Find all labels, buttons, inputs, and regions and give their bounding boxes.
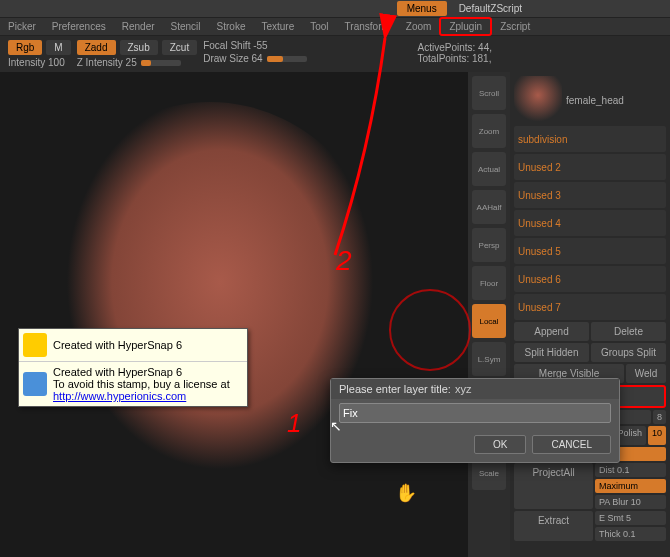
tool-thumbnail[interactable] bbox=[514, 76, 562, 124]
lsym-button[interactable]: L.Sym bbox=[472, 342, 506, 376]
scroll-button[interactable]: Scroll bbox=[472, 76, 506, 110]
rename-dialog: Please enter layer title:xyz OK CANCEL bbox=[330, 378, 620, 463]
tool-name: female_head bbox=[566, 95, 624, 106]
menu-zoom[interactable]: Zoom bbox=[398, 19, 440, 34]
hypersnap-icon bbox=[23, 333, 47, 357]
thick-value[interactable]: Thick 0.1 bbox=[595, 527, 666, 541]
subtool-unused[interactable]: Unused 4 bbox=[514, 210, 666, 236]
pa-blur-value[interactable]: PA Blur 10 bbox=[595, 495, 666, 509]
hand-cursor-icon: ✋ bbox=[395, 482, 417, 504]
menu-texture[interactable]: Texture bbox=[253, 19, 302, 34]
intensity-slider[interactable]: Intensity 100 bbox=[8, 57, 71, 68]
polish-value[interactable]: 10 bbox=[648, 426, 666, 445]
weld-button[interactable]: Weld bbox=[626, 364, 666, 383]
viewport-sidebar: Scroll Zoom Actual AAHalf Persp Floor Lo… bbox=[468, 72, 510, 557]
m-button[interactable]: M bbox=[46, 40, 70, 55]
dialog-title: Please enter layer title:xyz bbox=[331, 379, 619, 399]
persp-button[interactable]: Persp bbox=[472, 228, 506, 262]
menu-preferences[interactable]: Preferences bbox=[44, 19, 114, 34]
subtool-unused[interactable]: Unused 7 bbox=[514, 294, 666, 320]
menu-transform[interactable]: Transform bbox=[337, 19, 398, 34]
cancel-button[interactable]: CANCEL bbox=[532, 435, 611, 454]
menus-button[interactable]: Menus bbox=[397, 1, 447, 16]
subtool-subdivision[interactable]: subdivision bbox=[514, 126, 666, 152]
extract-button[interactable]: Extract bbox=[514, 511, 593, 541]
ok-button[interactable]: OK bbox=[474, 435, 526, 454]
default-zscript[interactable]: DefaultZScript bbox=[451, 1, 530, 16]
delete-button[interactable]: Delete bbox=[591, 322, 666, 341]
maximum-button[interactable]: Maximum bbox=[595, 479, 666, 493]
dist-value[interactable]: Dist 0.1 bbox=[595, 463, 666, 477]
hypersnap-stamp: Created with HyperSnap 6 Created with Hy… bbox=[18, 328, 248, 407]
zoom-button[interactable]: Zoom bbox=[472, 114, 506, 148]
local-button[interactable]: Local bbox=[472, 304, 506, 338]
rgb-button[interactable]: Rgb bbox=[8, 40, 42, 55]
draw-size-slider[interactable]: Draw Size 64 bbox=[203, 53, 306, 64]
subtool-unused[interactable]: Unused 2 bbox=[514, 154, 666, 180]
right-panel: female_head subdivision Unused 2 Unused … bbox=[510, 72, 670, 557]
groups-split-button[interactable]: Groups Split bbox=[591, 343, 666, 362]
controls-row: Rgb M Intensity 100 Zadd Zsub Zcut Z Int… bbox=[0, 36, 670, 72]
actual-button[interactable]: Actual bbox=[472, 152, 506, 186]
zcut-button[interactable]: Zcut bbox=[162, 40, 197, 55]
menu-stencil[interactable]: Stencil bbox=[163, 19, 209, 34]
hyperionics-link[interactable]: http://www.hyperionics.com bbox=[53, 390, 186, 402]
main-area: Scroll Zoom Actual AAHalf Persp Floor Lo… bbox=[0, 72, 670, 557]
floor-button[interactable]: Floor bbox=[472, 266, 506, 300]
menu-zscript[interactable]: Zscript bbox=[492, 19, 538, 34]
esmt-value[interactable]: E Smt 5 bbox=[595, 511, 666, 525]
zadd-button[interactable]: Zadd bbox=[77, 40, 116, 55]
append-button[interactable]: Append bbox=[514, 322, 589, 341]
camera-icon bbox=[23, 372, 47, 396]
focal-shift-slider[interactable]: Focal Shift -55 bbox=[203, 40, 306, 51]
menu-tool[interactable]: Tool bbox=[302, 19, 336, 34]
menubar: Picker Preferences Render Stencil Stroke… bbox=[0, 18, 670, 36]
menu-stroke[interactable]: Stroke bbox=[209, 19, 254, 34]
subtool-unused[interactable]: Unused 5 bbox=[514, 238, 666, 264]
layer-title-input[interactable] bbox=[339, 403, 611, 423]
z-intensity-slider[interactable]: Z Intensity 25 bbox=[77, 57, 197, 68]
menu-picker[interactable]: Picker bbox=[0, 19, 44, 34]
subtool-unused[interactable]: Unused 3 bbox=[514, 182, 666, 208]
split-hidden-button[interactable]: Split Hidden bbox=[514, 343, 589, 362]
head-model bbox=[20, 102, 400, 542]
menu-zplugin[interactable]: Zplugin bbox=[439, 17, 492, 36]
projectall-button[interactable]: ProjectAll bbox=[514, 463, 593, 509]
aahalf-button[interactable]: AAHalf bbox=[472, 190, 506, 224]
subtool-unused[interactable]: Unused 6 bbox=[514, 266, 666, 292]
menu-render[interactable]: Render bbox=[114, 19, 163, 34]
titlebar: Menus DefaultZScript bbox=[0, 0, 670, 18]
zsub-button[interactable]: Zsub bbox=[120, 40, 158, 55]
point-info: ActivePoints: 44, TotalPoints: 181, bbox=[410, 40, 500, 66]
res-value: 8 bbox=[653, 410, 666, 424]
arrow-cursor-icon: ↖ bbox=[330, 418, 342, 434]
